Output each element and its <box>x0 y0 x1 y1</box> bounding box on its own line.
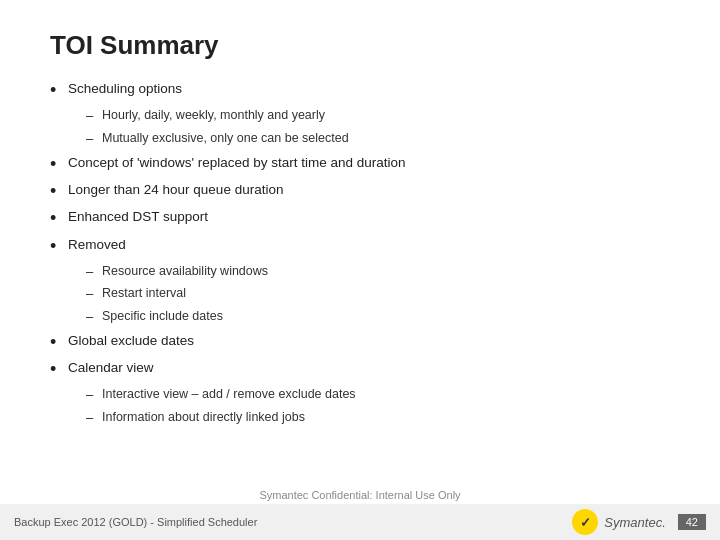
sub-text-1-1: Hourly, daily, weekly, monthly and yearl… <box>102 106 325 125</box>
bullet-dot-6: • <box>50 331 68 354</box>
footer-label-text: Backup Exec 2012 (GOLD) - Simplified Sch… <box>14 516 257 528</box>
sub-dash: – <box>86 262 102 282</box>
sub-list-calendar: – Interactive view – add / remove exclud… <box>86 385 670 427</box>
symantec-logo-area: ✓ Symantec. <box>572 509 665 535</box>
bullet-text-1: Scheduling options <box>68 79 182 100</box>
bullet-removed: • Removed <box>50 235 670 258</box>
footer: Backup Exec 2012 (GOLD) - Simplified Sch… <box>0 504 720 540</box>
bullet-dot-4: • <box>50 207 68 230</box>
bullet-text-2: Concept of 'windows' replaced by start t… <box>68 153 406 174</box>
slide-title: TOI Summary <box>50 30 670 61</box>
sub-text-5-2: Restart interval <box>102 284 186 303</box>
bullet-text-3: Longer than 24 hour queue duration <box>68 180 283 201</box>
sub-item-5-3: – Specific include dates <box>86 307 670 327</box>
bullet-dst: • Enhanced DST support <box>50 207 670 230</box>
sub-item-1-1: – Hourly, daily, weekly, monthly and yea… <box>86 106 670 126</box>
sub-text-5-3: Specific include dates <box>102 307 223 326</box>
sub-text-1-2: Mutually exclusive, only one can be sele… <box>102 129 349 148</box>
bullet-dot-7: • <box>50 358 68 381</box>
sub-item-5-2: – Restart interval <box>86 284 670 304</box>
symantec-name: Symantec. <box>604 515 665 530</box>
bullet-scheduling-options: • Scheduling options <box>50 79 670 102</box>
bullet-longer: • Longer than 24 hour queue duration <box>50 180 670 203</box>
sub-item-7-2: – Information about directly linked jobs <box>86 408 670 428</box>
bullet-text-7: Calendar view <box>68 358 154 379</box>
sub-text-5-1: Resource availability windows <box>102 262 268 281</box>
confidential-bar: Symantec Confidential: Internal Use Only <box>0 487 720 504</box>
sub-text-7-1: Interactive view – add / remove exclude … <box>102 385 356 404</box>
sub-list-scheduling: – Hourly, daily, weekly, monthly and yea… <box>86 106 670 148</box>
footer-label: Backup Exec 2012 (GOLD) - Simplified Sch… <box>14 516 572 528</box>
bullet-dot-3: • <box>50 180 68 203</box>
sub-item-7-1: – Interactive view – add / remove exclud… <box>86 385 670 405</box>
sub-dash: – <box>86 307 102 327</box>
bullet-text-5: Removed <box>68 235 126 256</box>
bullet-text-4: Enhanced DST support <box>68 207 208 228</box>
sub-dash: – <box>86 385 102 405</box>
sub-list-removed: – Resource availability windows – Restar… <box>86 262 670 326</box>
bullet-concept: • Concept of 'windows' replaced by start… <box>50 153 670 176</box>
sub-dash: – <box>86 129 102 149</box>
slide: TOI Summary • Scheduling options – Hourl… <box>0 0 720 540</box>
bullet-global: • Global exclude dates <box>50 331 670 354</box>
content-area: • Scheduling options – Hourly, daily, we… <box>50 79 670 428</box>
sub-item-5-1: – Resource availability windows <box>86 262 670 282</box>
confidential-text: Symantec Confidential: Internal Use Only <box>259 489 460 501</box>
bullet-text-6: Global exclude dates <box>68 331 194 352</box>
bullet-dot-5: • <box>50 235 68 258</box>
sub-item-1-2: – Mutually exclusive, only one can be se… <box>86 129 670 149</box>
bullet-dot-1: • <box>50 79 68 102</box>
sub-dash: – <box>86 284 102 304</box>
bullet-calendar: • Calendar view <box>50 358 670 381</box>
sub-text-7-2: Information about directly linked jobs <box>102 408 305 427</box>
sub-dash: – <box>86 408 102 428</box>
page-number: 42 <box>678 514 706 530</box>
symantec-check-icon: ✓ <box>572 509 598 535</box>
sub-dash: – <box>86 106 102 126</box>
bullet-dot-2: • <box>50 153 68 176</box>
